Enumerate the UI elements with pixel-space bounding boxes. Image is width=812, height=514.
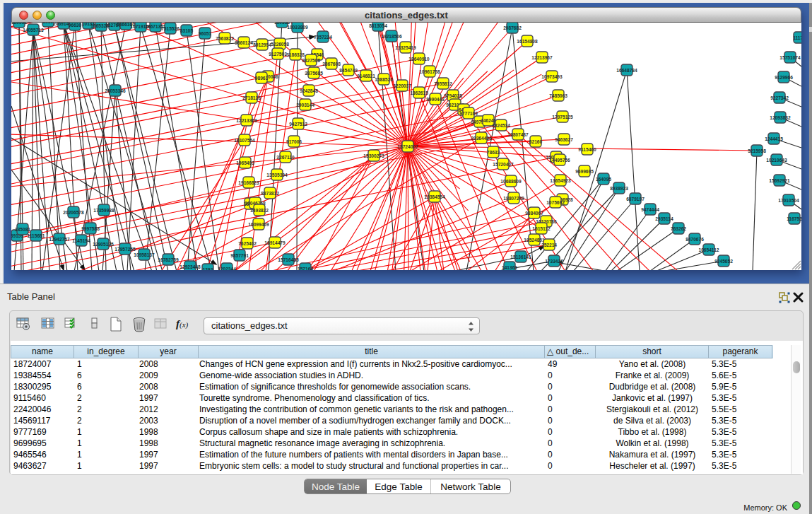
svg-text:1292: 1292 <box>203 267 213 271</box>
svg-text:9997588: 9997588 <box>81 226 100 231</box>
svg-text:7563822: 7563822 <box>216 36 234 41</box>
svg-text:3493822: 3493822 <box>250 208 269 213</box>
svg-text:1244415: 1244415 <box>765 136 783 141</box>
svg-text:17975125: 17975125 <box>552 115 573 119</box>
svg-text:15692921: 15692921 <box>769 178 790 183</box>
svg-text:20053346: 20053346 <box>105 88 126 93</box>
svg-text:8873812: 8873812 <box>261 191 279 196</box>
svg-text:98961: 98961 <box>255 76 269 81</box>
svg-text:12942757: 12942757 <box>49 237 70 242</box>
svg-text:19218506: 19218506 <box>381 34 402 39</box>
svg-text:116753: 116753 <box>787 216 801 221</box>
svg-text:9129966: 9129966 <box>775 75 793 80</box>
svg-text:13325419: 13325419 <box>395 45 416 50</box>
svg-text:10688609: 10688609 <box>500 179 522 184</box>
svg-text:917006: 917006 <box>286 139 302 144</box>
svg-text:2935114: 2935114 <box>655 216 673 221</box>
svg-text:7485063: 7485063 <box>549 93 567 98</box>
svg-text:2903144: 2903144 <box>296 103 314 107</box>
svg-text:9242848: 9242848 <box>300 88 318 93</box>
svg-text:5226058: 5226058 <box>271 42 289 47</box>
svg-text:83105: 83105 <box>180 28 194 33</box>
svg-text:2867608: 2867608 <box>322 62 341 66</box>
svg-text:3186328: 3186328 <box>286 52 305 57</box>
svg-text:78632: 78632 <box>487 150 500 155</box>
svg-text:10654112: 10654112 <box>699 247 719 252</box>
svg-text:9474444: 9474444 <box>641 207 659 212</box>
svg-text:16914479: 16914479 <box>264 240 286 245</box>
svg-text:8813054: 8813054 <box>369 23 387 28</box>
svg-text:17010504: 17010504 <box>778 198 799 203</box>
svg-text:18724007: 18724007 <box>397 144 418 149</box>
svg-text:2718126: 2718126 <box>242 95 261 100</box>
svg-text:1733426: 1733426 <box>545 259 563 264</box>
svg-text:9146821: 9146821 <box>357 74 375 78</box>
svg-text:9777109: 9777109 <box>459 111 478 116</box>
svg-text:1965493: 1965493 <box>236 160 254 165</box>
svg-text:12213369: 12213369 <box>236 118 257 123</box>
svg-text:16648784: 16648784 <box>616 68 637 73</box>
svg-text:15716485: 15716485 <box>278 257 299 262</box>
svg-text:1202344: 1202344 <box>218 267 236 271</box>
svg-text:10961758: 10961758 <box>419 69 440 74</box>
svg-text:7625402: 7625402 <box>238 241 257 246</box>
svg-text:120551: 120551 <box>11 23 27 25</box>
svg-text:5215958: 5215958 <box>748 148 766 153</box>
svg-text:10958137: 10958137 <box>134 252 155 257</box>
svg-text:18807249: 18807249 <box>503 196 524 201</box>
svg-text:96051: 96051 <box>199 31 212 36</box>
svg-text:62160: 62160 <box>529 139 543 144</box>
svg-text:8938923: 8938923 <box>610 186 628 191</box>
svg-text:8912954: 8912954 <box>253 42 271 47</box>
svg-text:10973493: 10973493 <box>541 74 563 79</box>
svg-text:9245652: 9245652 <box>714 259 733 264</box>
svg-text:2087682: 2087682 <box>503 25 522 30</box>
svg-text:17359938: 17359938 <box>93 208 114 213</box>
svg-text:13535394: 13535394 <box>266 173 288 177</box>
svg-text:746246: 746246 <box>481 118 496 123</box>
svg-text:3824534: 3824534 <box>492 123 510 128</box>
svg-text:12905135: 12905135 <box>93 242 114 247</box>
svg-text:3220037: 3220037 <box>393 83 411 88</box>
svg-text:20364436: 20364436 <box>471 136 492 141</box>
svg-text:19524851: 19524851 <box>524 238 545 243</box>
svg-text:1588520: 1588520 <box>375 77 393 82</box>
svg-text:7357224: 7357224 <box>314 35 332 40</box>
svg-text:9127503: 9127503 <box>269 52 287 57</box>
svg-text:157164: 157164 <box>298 267 313 271</box>
svg-text:14055713: 14055713 <box>23 28 44 33</box>
svg-text:9427512: 9427512 <box>289 122 307 127</box>
svg-text:10210643: 10210643 <box>766 158 787 163</box>
svg-text:16107554: 16107554 <box>234 138 255 143</box>
svg-text:16154808: 16154808 <box>517 39 538 44</box>
svg-text:14495756: 14495756 <box>549 158 570 163</box>
svg-text:18640910: 18640910 <box>408 57 430 62</box>
svg-text:6879197: 6879197 <box>626 197 645 201</box>
svg-text:9463627: 9463627 <box>555 137 573 142</box>
svg-text:15300273: 15300273 <box>363 153 384 158</box>
svg-text:19384554: 19384554 <box>424 194 445 199</box>
svg-text:13654923: 13654923 <box>550 178 571 183</box>
svg-text:15136141: 15136141 <box>510 255 531 259</box>
svg-text:3267110: 3267110 <box>276 155 295 160</box>
svg-text:12923448: 12923448 <box>180 264 201 269</box>
svg-text:16099469: 16099469 <box>248 222 269 227</box>
svg-text:96630: 96630 <box>69 23 82 28</box>
svg-text:19166823: 19166823 <box>238 180 259 185</box>
svg-text:9699695: 9699695 <box>575 169 594 174</box>
svg-text:10807487: 10807487 <box>507 132 529 137</box>
svg-text:2069: 2069 <box>43 23 54 24</box>
svg-text:9857791: 9857791 <box>230 253 249 258</box>
svg-text:15751074: 15751074 <box>779 55 801 60</box>
svg-text:763262: 763262 <box>671 226 686 231</box>
svg-text:8990443: 8990443 <box>426 97 445 102</box>
svg-text:20206578: 20206578 <box>63 210 84 215</box>
svg-text:164095: 164095 <box>596 177 611 182</box>
svg-text:15720407: 15720407 <box>493 162 514 167</box>
svg-text:9860124: 9860124 <box>235 40 253 45</box>
svg-text:1075692: 1075692 <box>546 200 565 205</box>
svg-text:16782759: 16782759 <box>158 257 179 262</box>
svg-text:1145194: 1145194 <box>72 238 90 243</box>
svg-text:141361: 141361 <box>502 265 517 270</box>
svg-text:9794028: 9794028 <box>444 93 462 98</box>
